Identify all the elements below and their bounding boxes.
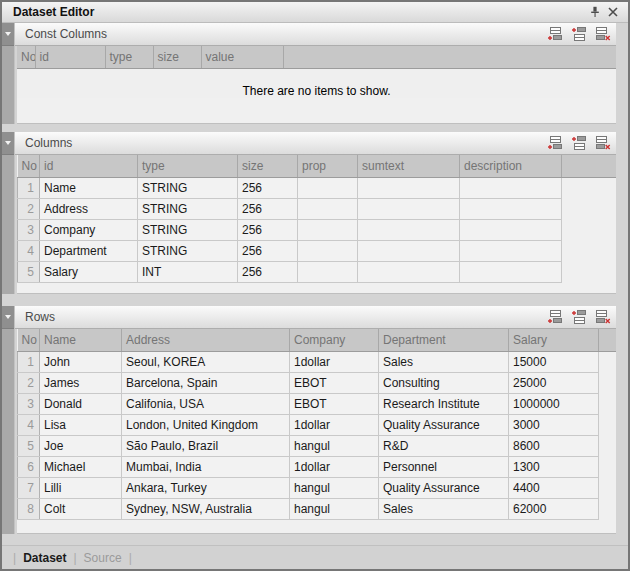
row-number[interactable]: 5 [18, 435, 40, 456]
cell[interactable]: 1000000 [509, 393, 599, 414]
cell[interactable] [460, 177, 562, 198]
cell[interactable]: Sales [379, 351, 509, 372]
row-number[interactable]: 6 [18, 456, 40, 477]
cell[interactable]: London, United Kingdom [122, 414, 290, 435]
column-header[interactable]: No [18, 329, 40, 351]
cell[interactable]: Lisa [40, 414, 122, 435]
column-header[interactable]: type [138, 155, 238, 177]
cell[interactable]: 256 [238, 261, 298, 282]
cell[interactable]: INT [138, 261, 238, 282]
cell[interactable]: 4400 [509, 477, 599, 498]
cell[interactable]: Department [40, 240, 138, 261]
cell[interactable]: Donald [40, 393, 122, 414]
collapse-section-button[interactable] [2, 132, 14, 155]
close-icon[interactable] [604, 4, 622, 20]
cell[interactable]: São Paulo, Brazil [122, 435, 290, 456]
delete-row-button[interactable] [593, 309, 612, 326]
cell[interactable] [460, 261, 562, 282]
column-header[interactable]: value [201, 46, 283, 68]
cell[interactable]: STRING [138, 219, 238, 240]
column-header[interactable]: size [153, 46, 201, 68]
cell[interactable] [358, 177, 460, 198]
column-header[interactable]: type [105, 46, 153, 68]
cell[interactable]: 1dollar [290, 456, 379, 477]
cell[interactable] [358, 261, 460, 282]
column-header[interactable]: Name [40, 329, 122, 351]
column-header[interactable]: description [460, 155, 562, 177]
cell[interactable]: Salary [40, 261, 138, 282]
column-header[interactable]: id [35, 46, 105, 68]
cell[interactable] [358, 219, 460, 240]
cell[interactable]: John [40, 351, 122, 372]
collapse-section-button[interactable] [2, 306, 14, 329]
cell[interactable] [460, 240, 562, 261]
cell[interactable] [358, 198, 460, 219]
cell[interactable] [298, 177, 358, 198]
row-number[interactable]: 4 [18, 240, 40, 261]
row-number[interactable]: 2 [18, 198, 40, 219]
add-row-button[interactable] [545, 26, 564, 43]
cell[interactable]: Michael [40, 456, 122, 477]
column-header[interactable]: id [40, 155, 138, 177]
column-header[interactable]: Salary [509, 329, 599, 351]
cell[interactable]: 256 [238, 198, 298, 219]
cell[interactable]: Name [40, 177, 138, 198]
row-number[interactable]: 5 [18, 261, 40, 282]
cell[interactable]: STRING [138, 177, 238, 198]
cell[interactable]: EBOT [290, 393, 379, 414]
cell[interactable]: 256 [238, 177, 298, 198]
add-row-button[interactable] [545, 309, 564, 326]
cell[interactable]: hangul [290, 498, 379, 519]
column-header[interactable]: size [238, 155, 298, 177]
insert-row-button[interactable] [569, 135, 588, 152]
column-header[interactable]: prop [298, 155, 358, 177]
cell[interactable]: Lilli [40, 477, 122, 498]
column-header[interactable]: Address [122, 329, 290, 351]
cell[interactable] [298, 198, 358, 219]
pin-icon[interactable] [586, 4, 604, 20]
cell[interactable]: Colt [40, 498, 122, 519]
cell[interactable]: Address [40, 198, 138, 219]
cell[interactable]: Mumbai, India [122, 456, 290, 477]
cell[interactable] [298, 261, 358, 282]
cell[interactable]: Consulting [379, 372, 509, 393]
cell[interactable]: Califonia, USA [122, 393, 290, 414]
delete-row-button[interactable] [593, 135, 612, 152]
cell[interactable]: 62000 [509, 498, 599, 519]
cell[interactable]: 256 [238, 219, 298, 240]
column-header[interactable]: No [18, 155, 40, 177]
cell[interactable]: hangul [290, 477, 379, 498]
cell[interactable]: Barcelona, Spain [122, 372, 290, 393]
row-number[interactable]: 8 [18, 498, 40, 519]
tab-dataset[interactable]: Dataset [23, 551, 66, 565]
cell[interactable]: R&D [379, 435, 509, 456]
cell[interactable]: EBOT [290, 372, 379, 393]
column-header[interactable]: sumtext [358, 155, 460, 177]
cell[interactable]: Quality Assurance [379, 414, 509, 435]
cell[interactable] [358, 240, 460, 261]
column-header[interactable]: Company [290, 329, 379, 351]
cell[interactable]: James [40, 372, 122, 393]
cell[interactable] [298, 219, 358, 240]
row-number[interactable]: 2 [18, 372, 40, 393]
cell[interactable]: 1dollar [290, 414, 379, 435]
cell[interactable]: STRING [138, 198, 238, 219]
insert-row-button[interactable] [569, 309, 588, 326]
cell[interactable]: 8600 [509, 435, 599, 456]
cell[interactable]: 1300 [509, 456, 599, 477]
delete-row-button[interactable] [593, 26, 612, 43]
cell[interactable]: STRING [138, 240, 238, 261]
cell[interactable]: Seoul, KOREA [122, 351, 290, 372]
cell[interactable]: Sydney, NSW, Australia [122, 498, 290, 519]
row-number[interactable]: 3 [18, 393, 40, 414]
cell[interactable] [460, 219, 562, 240]
cell[interactable]: 25000 [509, 372, 599, 393]
row-number[interactable]: 3 [18, 219, 40, 240]
cell[interactable]: Sales [379, 498, 509, 519]
add-row-button[interactable] [545, 135, 564, 152]
cell[interactable]: Ankara, Turkey [122, 477, 290, 498]
cell[interactable]: Research Institute [379, 393, 509, 414]
insert-row-button[interactable] [569, 26, 588, 43]
cell[interactable]: Quality Assurance [379, 477, 509, 498]
collapse-section-button[interactable] [2, 23, 14, 46]
